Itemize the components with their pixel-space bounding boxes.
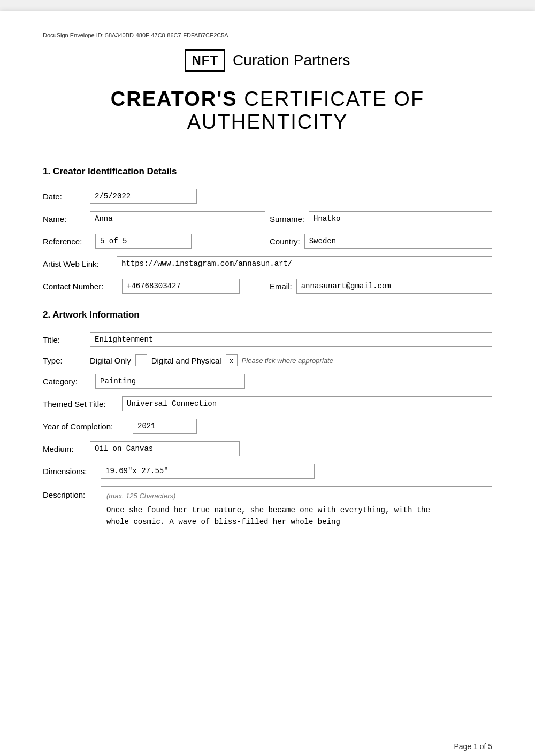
category-field[interactable]: Painting (95, 374, 245, 389)
document-header: NFT Curation Partners (43, 49, 492, 72)
section1-heading: 1. Creator Identification Details (43, 166, 492, 177)
artwork-title-row: Title: Enlightenment (43, 332, 492, 347)
type-label: Type: (43, 356, 86, 365)
section-creator-details: 1. Creator Identification Details Date: … (43, 166, 492, 294)
description-hint: (max. 125 Characters) (106, 492, 486, 500)
weblink-row: Artist Web Link: https://www.instagram.c… (43, 256, 492, 271)
themed-set-row: Themed Set Title: Universal Connection (43, 396, 492, 411)
main-title: CREATOR'S CERTIFICATE OF AUTHENTICITY (43, 88, 492, 134)
contact-email-row: Contact Number: +46768303427 Email: anna… (43, 279, 492, 294)
nft-logo-box: NFT (185, 49, 225, 72)
medium-field[interactable]: Oil on Canvas (90, 441, 240, 456)
document-title-section: CREATOR'S CERTIFICATE OF AUTHENTICITY (43, 88, 492, 134)
themed-set-label: Themed Set Title: (43, 399, 118, 408)
themed-set-field[interactable]: Universal Connection (122, 396, 492, 411)
year-field[interactable]: 2021 (133, 419, 197, 434)
reference-field[interactable]: 5 of 5 (95, 234, 192, 249)
medium-label: Medium: (43, 444, 86, 453)
reference-label: Reference: (43, 237, 91, 246)
company-name: Curation Partners (233, 52, 350, 69)
contact-label: Contact Number: (43, 282, 118, 291)
artwork-title-label: Title: (43, 335, 86, 344)
dimensions-field[interactable]: 19.69"x 27.55" (101, 464, 315, 479)
surname-label: Surname: (270, 214, 304, 223)
medium-row: Medium: Oil on Canvas (43, 441, 492, 456)
type-row: Type: Digital Only Digital and Physical … (43, 354, 492, 366)
date-row: Date: 2/5/2022 (43, 189, 492, 204)
weblink-field[interactable]: https://www.instagram.com/annasun.art/ (117, 256, 492, 271)
document-page: DocuSign Envelope ID: 58A340BD-480F-47C8… (0, 11, 535, 756)
title-divider (43, 150, 492, 150)
description-row: Description: (max. 125 Characters) Once … (43, 486, 492, 598)
page-number: Page 1 of 5 (454, 742, 492, 751)
docusign-envelope-id: DocuSign Envelope ID: 58A340BD-480F-47C8… (43, 32, 492, 38)
dimensions-label: Dimensions: (43, 467, 96, 476)
reference-col: Reference: 5 of 5 (43, 234, 265, 249)
category-label: Category: (43, 377, 91, 386)
name-col: Name: Anna (43, 211, 265, 226)
weblink-label: Artist Web Link: (43, 259, 112, 268)
type-note: Please tick where appropriate (242, 357, 333, 365)
type-digital-only-checkbox[interactable] (135, 354, 147, 366)
year-label: Year of Completion: (43, 422, 128, 431)
section-artwork-info: 2. Artwork Information Title: Enlightenm… (43, 310, 492, 598)
date-field[interactable]: 2/5/2022 (90, 189, 197, 204)
year-row: Year of Completion: 2021 (43, 419, 492, 434)
country-col: Country: Sweden (270, 234, 492, 249)
description-label: Description: (43, 486, 96, 499)
email-field[interactable]: annasunart@gmail.com (296, 279, 492, 294)
surname-col: Surname: Hnatko (270, 211, 492, 226)
section2-heading: 2. Artwork Information (43, 310, 492, 320)
description-inner[interactable]: (max. 125 Characters) Once she found her… (101, 486, 492, 598)
dimensions-row: Dimensions: 19.69"x 27.55" (43, 464, 492, 479)
country-label: Country: (270, 237, 300, 246)
country-field[interactable]: Sweden (304, 234, 492, 249)
type-digital-physical-label: Digital and Physical (151, 356, 221, 365)
date-label: Date: (43, 192, 86, 201)
reference-country-row: Reference: 5 of 5 Country: Sweden (43, 234, 492, 249)
name-surname-row: Name: Anna Surname: Hnatko (43, 211, 492, 226)
main-title-bold: CREATOR'S (111, 88, 238, 110)
name-label: Name: (43, 214, 86, 223)
name-field[interactable]: Anna (90, 211, 265, 226)
type-digital-physical-checkbox[interactable]: x (226, 354, 238, 366)
email-label: Email: (270, 282, 292, 291)
category-row: Category: Painting (43, 374, 492, 389)
surname-field[interactable]: Hnatko (309, 211, 492, 226)
artwork-title-field[interactable]: Enlightenment (90, 332, 492, 347)
type-digital-only-label: Digital Only (90, 356, 131, 365)
email-col: Email: annasunart@gmail.com (270, 279, 492, 294)
contact-col: Contact Number: +46768303427 (43, 279, 265, 294)
description-text: Once she found her true nature, she beca… (106, 504, 486, 528)
contact-field[interactable]: +46768303427 (122, 279, 240, 294)
